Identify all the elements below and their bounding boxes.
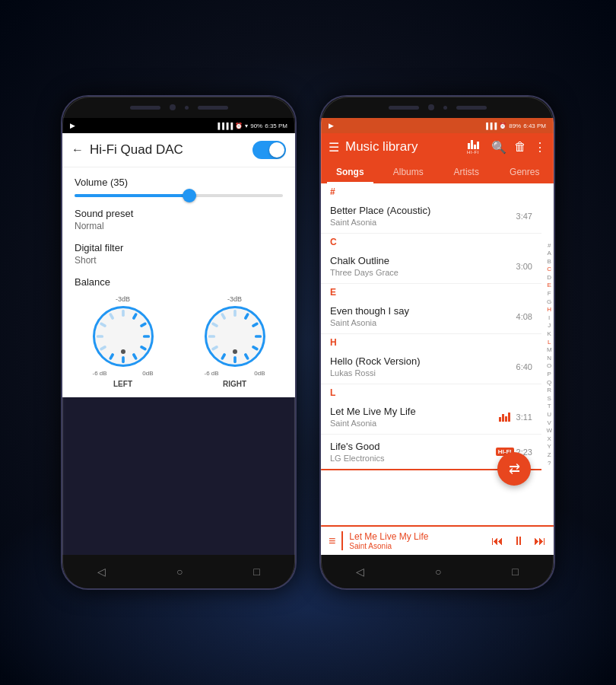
alpha-m[interactable]: M: [546, 346, 552, 354]
svg-line-19: [222, 355, 224, 358]
song-name: Chalk Outline: [330, 255, 516, 266]
alpha-q[interactable]: Q: [546, 379, 552, 387]
play-icon: ▶: [70, 122, 75, 129]
phones-container: ▶ ▐▐▐▐ ⏰ ▾ 90% 6:35 PM ← Hi-Fi Quad DAC …: [61, 95, 555, 590]
next-button[interactable]: ⏭: [534, 534, 546, 548]
right-knob-top-label: -3dB: [205, 295, 265, 303]
alpha-o[interactable]: O: [546, 363, 552, 371]
svg-line-1: [133, 314, 135, 318]
camera: [170, 104, 176, 110]
svg-line-17: [245, 355, 247, 358]
section-c: C: [321, 234, 541, 249]
back-button[interactable]: ←: [71, 143, 84, 157]
volume-slider[interactable]: [75, 194, 283, 197]
balance-section: Balance -3dB: [75, 276, 283, 388]
right-knob[interactable]: [205, 306, 265, 367]
back-nav-button[interactable]: ◁: [97, 566, 106, 578]
alpha-p[interactable]: P: [546, 371, 552, 378]
alpha-g[interactable]: G: [546, 298, 552, 306]
right-play-icon: ▶: [329, 122, 334, 129]
tab-albums[interactable]: Albums: [379, 161, 438, 183]
dac-content: Volume (35) Sound preset Normal Digital …: [62, 167, 295, 397]
alpha-f[interactable]: F: [546, 290, 552, 298]
sound-preset-value: Normal: [75, 221, 283, 231]
right-knob-name: RIGHT: [205, 380, 265, 388]
svg-line-23: [222, 314, 224, 318]
pause-button[interactable]: ⏸: [513, 534, 525, 548]
alpha-z[interactable]: Z: [546, 451, 552, 459]
list-item[interactable]: Hello (Rock Version) Lukas Rossi 6:40: [321, 349, 541, 384]
tab-artists[interactable]: Artists: [437, 161, 496, 183]
alpha-w[interactable]: W: [546, 427, 552, 435]
left-knob[interactable]: [93, 306, 154, 367]
left-phone-screen: ← Hi-Fi Quad DAC Volume (35) Sound prese…: [62, 133, 295, 555]
left-knob-svg: [95, 308, 151, 365]
hifi-icon: HI-FI: [462, 140, 484, 155]
section-h: H: [321, 334, 541, 349]
alpha-e[interactable]: E: [546, 282, 552, 290]
right-home-nav-button[interactable]: ○: [435, 566, 441, 578]
slider-thumb[interactable]: [183, 189, 196, 202]
alpha-y[interactable]: Y: [546, 444, 552, 451]
more-options-icon[interactable]: ⋮: [534, 140, 546, 155]
alpha-n[interactable]: N: [546, 355, 552, 362]
volume-section: Volume (35): [75, 177, 283, 197]
right-mic: [443, 106, 447, 110]
prev-button[interactable]: ⏮: [491, 534, 503, 548]
song-name: Let Me Live My Life: [330, 406, 499, 417]
music-header: ☰ Music library HI-FI 🔍 🗑 ⋮: [321, 133, 554, 161]
list-item[interactable]: Better Place (Acoustic) Saint Asonia 3:4…: [321, 199, 541, 234]
alpha-r[interactable]: R: [546, 387, 552, 394]
recents-nav-button[interactable]: □: [253, 566, 259, 578]
list-item[interactable]: Chalk Outline Three Days Grace 3:00: [321, 249, 541, 284]
alpha-s[interactable]: S: [546, 395, 552, 403]
alpha-u[interactable]: U: [546, 411, 552, 419]
svg-line-5: [133, 355, 135, 358]
alarm-icon: ⏰: [235, 123, 243, 129]
tab-genres[interactable]: Genres: [496, 161, 554, 183]
alpha-hash[interactable]: #: [546, 242, 552, 250]
alpha-t[interactable]: T: [546, 403, 552, 411]
home-nav-button[interactable]: ○: [176, 566, 183, 578]
sound-preset-setting: Sound preset Normal: [75, 208, 283, 231]
alpha-x[interactable]: X: [546, 435, 552, 443]
digital-filter-label: Digital filter: [75, 242, 283, 253]
right-knob-svg: [207, 308, 263, 365]
right-recents-nav-button[interactable]: □: [512, 566, 518, 578]
tab-songs[interactable]: Songs: [321, 161, 379, 183]
alpha-h[interactable]: H: [546, 306, 552, 314]
shuffle-fab[interactable]: ⇄: [497, 452, 531, 486]
alpha-l[interactable]: L: [546, 339, 552, 346]
alpha-k[interactable]: K: [546, 330, 552, 338]
right-time: 6:43 PM: [523, 123, 546, 129]
list-item[interactable]: Even though I say Saint Asonia 4:08: [321, 299, 541, 334]
alpha-i[interactable]: I: [546, 314, 552, 322]
hamburger-menu-icon[interactable]: ☰: [329, 140, 339, 155]
speaker-left: [130, 106, 160, 110]
alpha-a[interactable]: A: [546, 250, 552, 257]
queue-icon[interactable]: ≡: [329, 534, 335, 548]
left-phone-top: [62, 97, 295, 118]
song-duration: 4:08: [516, 312, 532, 321]
svg-line-16: [253, 347, 257, 349]
alpha-j[interactable]: J: [546, 323, 552, 330]
song-name: Better Place (Acoustic): [330, 205, 516, 216]
alpha-v[interactable]: V: [546, 419, 552, 427]
left-knob-bottom-left: -6 dB: [93, 370, 107, 377]
dac-toggle[interactable]: [252, 141, 286, 159]
right-back-nav-button[interactable]: ◁: [356, 566, 364, 578]
right-signal-icon: ▐▐▐: [484, 123, 497, 129]
alpha-c[interactable]: C: [546, 266, 552, 273]
song-artist: LG Electronics: [330, 454, 496, 463]
left-knob-container: -3dB: [93, 295, 154, 388]
list-item[interactable]: Let Me Live My Life Saint Asonia 3:11: [321, 400, 541, 435]
section-e: E: [321, 284, 541, 299]
music-tabs: Songs Albums Artists Genres: [321, 161, 554, 183]
delete-icon[interactable]: 🗑: [514, 140, 526, 154]
search-icon[interactable]: 🔍: [491, 140, 506, 155]
alpha-q-mark[interactable]: ?: [546, 460, 552, 467]
sound-preset-label: Sound preset: [75, 208, 283, 219]
alpha-b[interactable]: B: [546, 258, 552, 266]
right-phone-content: ☰ Music library HI-FI 🔍 🗑 ⋮: [321, 133, 554, 555]
alpha-d[interactable]: D: [546, 274, 552, 282]
